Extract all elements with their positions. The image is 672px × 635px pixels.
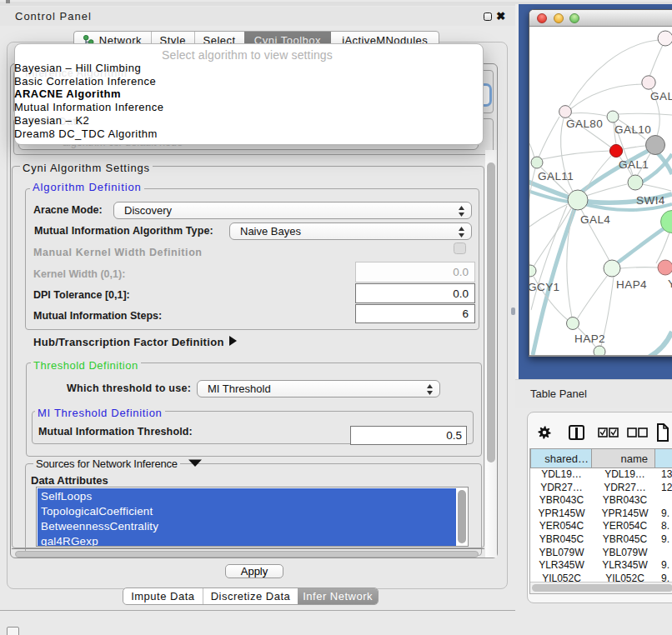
svg-text:Y: Y (668, 278, 672, 290)
svg-text:GAL1: GAL1 (619, 158, 649, 171)
svg-text:GCY1: GCY1 (529, 281, 560, 293)
svg-text:SWI4: SWI4 (636, 194, 665, 207)
svg-text:HAP4: HAP4 (616, 278, 647, 291)
svg-text:HAP2: HAP2 (574, 332, 605, 345)
svg-text:GAL10: GAL10 (614, 123, 651, 136)
svg-text:GAL4: GAL4 (580, 213, 610, 226)
svg-text:GAL80: GAL80 (566, 118, 603, 130)
svg-text:GAL11: GAL11 (538, 170, 574, 182)
svg-text:GAL7: GAL7 (650, 90, 672, 102)
